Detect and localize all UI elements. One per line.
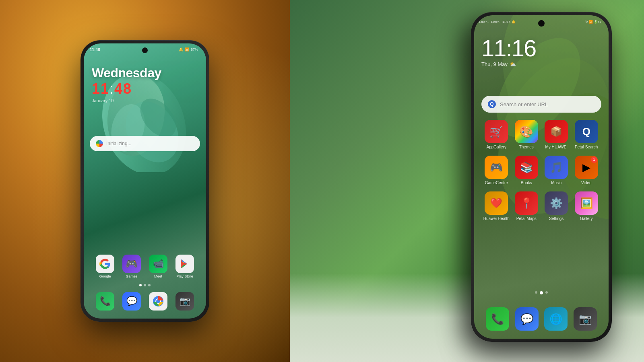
dock-browser-right[interactable]: 🌐 <box>543 307 569 331</box>
app-item-meet[interactable]: 📹 Meet <box>149 255 167 278</box>
dot-r-3 <box>545 291 548 294</box>
phone-right-screen: Emer... Emer... 11:16 🔔 ↻ 📶 🔋67 11:16 Th… <box>474 15 609 339</box>
music-icon: 🎵 <box>545 156 568 179</box>
left-panel: 11:48 🔔 📶 87% <box>0 0 290 362</box>
phone-right-content: 11:16 Thu, 9 May ⛅ <box>474 31 609 67</box>
health-label: Huawei Health <box>483 216 510 221</box>
date-label-left: January 10 <box>92 98 198 103</box>
weather-icon-right: ⛅ <box>510 61 516 67</box>
app-item-playstore[interactable]: Play Store <box>175 255 194 278</box>
themes-icon: 🎨 <box>515 120 538 143</box>
music-label: Music <box>551 181 561 185</box>
battery-text: 87% <box>191 47 198 51</box>
time-hour: 11 <box>92 80 109 97</box>
status-icons-left: 🔔 📶 87% <box>179 47 198 51</box>
search-placeholder-left: Initializing... <box>106 141 132 146</box>
settings-label: Settings <box>549 216 564 221</box>
dot-1 <box>139 284 142 286</box>
right-panel: Emer... Emer... 11:16 🔔 ↻ 📶 🔋67 11:16 Th… <box>290 0 644 362</box>
meet-label: Meet <box>154 274 162 278</box>
google-icon <box>96 255 114 273</box>
games-icon: 🎮 <box>122 255 141 273</box>
dock-phone[interactable]: 📞 <box>96 292 114 311</box>
time-minute: 48 <box>114 80 132 97</box>
app-row-2: 🎮 GameCentre 📚 Books 🎵 <box>481 156 601 185</box>
dot-r-2 <box>540 291 543 294</box>
petal-search-icon-bar: Q <box>488 100 496 108</box>
app-item-games[interactable]: 🎮 Games <box>122 255 141 278</box>
books-icon: 📚 <box>515 156 538 179</box>
app-gallery[interactable]: 🖼️ Gallery <box>573 191 599 221</box>
app-petalmaps[interactable]: 📍 Petal Maps <box>513 191 539 221</box>
books-label: Books <box>521 181 532 185</box>
date-right: Thu, 9 May ⛅ <box>481 61 601 67</box>
app-video[interactable]: ▶ 1 Video <box>573 156 599 185</box>
clock-right: 11:16 <box>481 37 601 60</box>
meet-icon: 📹 <box>149 255 167 273</box>
petalsearch-label: Petal Search <box>575 145 598 149</box>
google-label: Google <box>99 274 111 278</box>
time-label-left: 11:48 <box>92 80 198 97</box>
dock-phone-right[interactable]: 📞 <box>485 307 511 331</box>
phone-icon-right: 📞 <box>486 307 509 331</box>
gamecentre-label: GameCentre <box>485 181 508 185</box>
wifi-icon: 📶 <box>185 47 189 51</box>
app-item-google[interactable]: Google <box>96 255 114 278</box>
page-indicator-right <box>474 291 609 294</box>
notification-icon: 🔔 <box>179 47 183 51</box>
app-settings[interactable]: ⚙️ Settings <box>543 191 570 221</box>
camera-icon-right: 📷 <box>574 307 597 331</box>
playstore-label: Play Store <box>176 274 193 278</box>
petalmaps-label: Petal Maps <box>516 216 537 221</box>
dock-messages-right[interactable]: 💬 <box>514 307 540 331</box>
phone-left-content: Wednesday 11:48 January 10 <box>84 58 206 107</box>
appgallery-label: AppGallery <box>487 145 506 149</box>
app-books[interactable]: 📚 Books <box>513 156 539 185</box>
search-bar-left[interactable]: Initializing... <box>90 136 200 151</box>
gamecentre-icon: 🎮 <box>485 156 508 179</box>
video-label: Video <box>581 181 591 185</box>
dock-camera[interactable]: 📷 <box>175 292 194 311</box>
bottom-dock-right: 📞 💬 🌐 📷 <box>474 307 609 331</box>
battery-right: 🔋67 <box>594 20 601 24</box>
app-grid-right: 🛒 AppGallery 🎨 Themes 📦 <box>474 120 609 227</box>
app-appgallery[interactable]: 🛒 AppGallery <box>483 120 510 149</box>
dock-camera-right[interactable]: 📷 <box>572 307 598 331</box>
app-row-1: 🛒 AppGallery 🎨 Themes 📦 <box>481 120 601 149</box>
app-row-3: ❤️ Huawei Health 📍 Petal Maps <box>481 191 601 221</box>
search-placeholder-right: Search or enter URL <box>500 101 548 107</box>
app-health[interactable]: ❤️ Huawei Health <box>483 191 510 221</box>
themes-label: Themes <box>519 145 534 149</box>
chrome-icon-left <box>149 292 167 311</box>
search-bar-right[interactable]: Q Search or enter URL <box>481 96 601 113</box>
camera-icon-left: 📷 <box>175 292 194 311</box>
phone-right-outer: Emer... Emer... 11:16 🔔 ↻ 📶 🔋67 11:16 Th… <box>471 12 612 342</box>
dock-messages[interactable]: 💬 <box>122 292 141 311</box>
rotate-icon: ↻ <box>585 20 588 24</box>
health-icon: ❤️ <box>485 191 508 215</box>
video-badge: 1 <box>591 156 597 163</box>
app-myhuawei[interactable]: 📦 My HUAWEI <box>543 120 570 149</box>
dot-2 <box>144 284 146 286</box>
myhuawei-icon: 📦 <box>545 120 568 143</box>
app-petalsearch[interactable]: Q Petal Search <box>573 120 599 149</box>
petalsearch-icon: Q <box>575 120 598 143</box>
front-camera-right <box>538 20 545 27</box>
settings-icon: ⚙️ <box>545 191 568 215</box>
app-row-left: Google 🎮 Games 📹 Meet <box>84 255 206 278</box>
app-themes[interactable]: 🎨 Themes <box>513 120 539 149</box>
phone-icon-left: 📞 <box>96 292 114 311</box>
messages-icon-right: 💬 <box>515 307 539 331</box>
playstore-icon <box>175 255 194 273</box>
dock-chrome[interactable] <box>149 292 167 311</box>
app-gamecentre[interactable]: 🎮 GameCentre <box>483 156 510 185</box>
front-camera-left <box>142 47 148 53</box>
status-time-right: Emer... 11:16 <box>491 20 510 24</box>
phone-right: Emer... Emer... 11:16 🔔 ↻ 📶 🔋67 11:16 Th… <box>471 12 612 342</box>
bottom-dock-left: 📞 💬 <box>84 292 206 311</box>
dot-r-1 <box>535 291 537 294</box>
video-icon: ▶ 1 <box>575 156 598 179</box>
phone-left-outer: 11:48 🔔 📶 87% <box>80 40 209 322</box>
app-music[interactable]: 🎵 Music <box>543 156 570 185</box>
status-time-left: 11:48 <box>90 47 100 52</box>
